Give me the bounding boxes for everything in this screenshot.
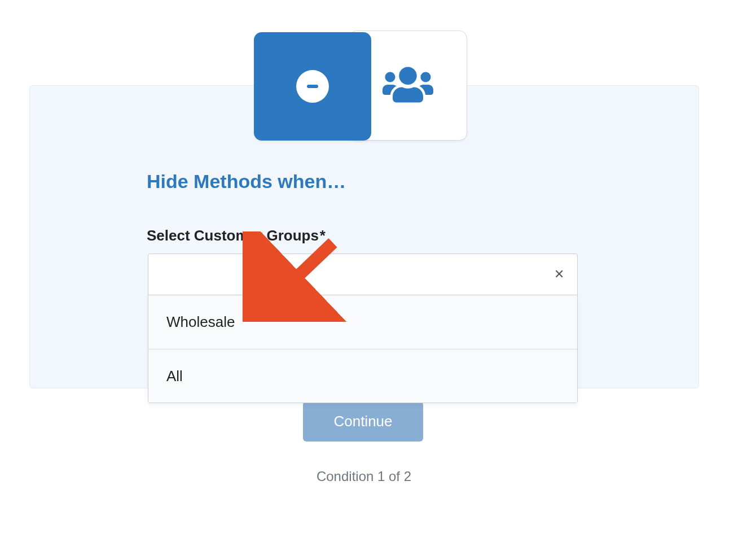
option-wholesale[interactable]: Wholesale (148, 295, 577, 349)
header-cards (254, 7, 467, 141)
required-mark: * (320, 227, 326, 244)
close-icon[interactable]: ✕ (551, 266, 567, 282)
progress-text: Condition 1 of 2 (0, 469, 728, 484)
field-label: Select Customer Groups* (147, 227, 326, 244)
option-all[interactable]: All (148, 349, 577, 403)
customer-groups-select[interactable]: ✕ Wholesale All (148, 253, 578, 403)
section-heading: Hide Methods when… (147, 171, 346, 193)
minus-circle-icon (296, 70, 329, 103)
continue-button[interactable]: Continue (303, 401, 423, 442)
field-label-text: Select Customer Groups (147, 227, 319, 244)
select-input[interactable]: ✕ (148, 253, 578, 295)
card-action (254, 32, 371, 141)
minus-bar (307, 85, 318, 88)
group-icon (380, 64, 436, 107)
select-dropdown: Wholesale All (148, 295, 578, 403)
